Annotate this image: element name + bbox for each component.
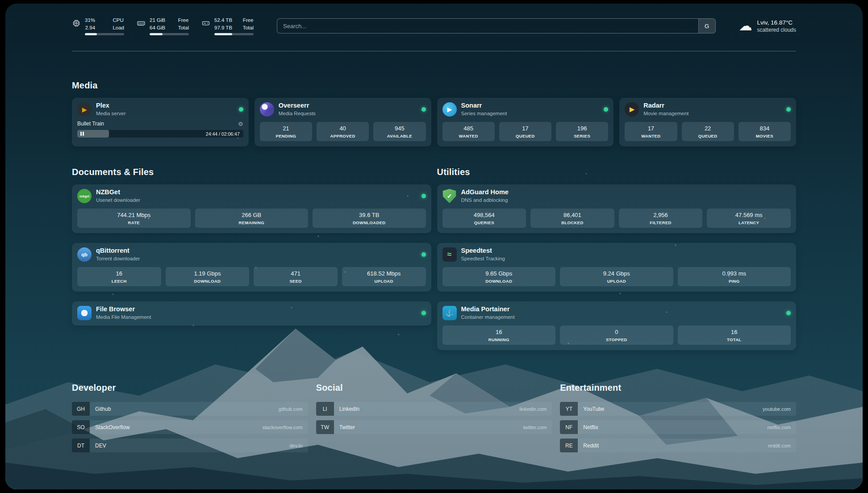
stat-block: 2,956FILTERED bbox=[619, 209, 703, 228]
settings-gear-icon[interactable]: ⚙ bbox=[238, 121, 243, 127]
bookmark-twitter[interactable]: TWTwittertwitter.com bbox=[316, 420, 552, 434]
weather-condition: scattered clouds bbox=[757, 27, 796, 33]
cpu-stats: 31% 2.94 CPU Load bbox=[85, 17, 124, 35]
service-titles: SonarrSeries management bbox=[461, 102, 507, 117]
status-dot bbox=[604, 107, 608, 112]
pause-icon[interactable] bbox=[80, 132, 84, 136]
service-stats: 16LEECH1.19 GbpsDOWNLOAD471SEED618.52 Mb… bbox=[77, 267, 426, 286]
nzbget-icon: nzbget bbox=[77, 189, 92, 203]
disk-progress-track bbox=[214, 33, 254, 35]
qbittorrent-icon: qb bbox=[77, 247, 92, 262]
section-media: Media PlexMedia serverBullet Train⚙24:44… bbox=[72, 80, 796, 146]
portainer-icon bbox=[442, 306, 457, 320]
service-card-radarr[interactable]: RadarrMovie management17WANTED22QUEUED83… bbox=[619, 98, 796, 146]
stat-label: RATE bbox=[79, 220, 189, 225]
stat-value: 266 GB bbox=[197, 212, 307, 218]
memory-free-label: Free bbox=[178, 17, 189, 24]
service-description: Media Requests bbox=[279, 111, 316, 117]
service-name: File Browser bbox=[96, 306, 151, 313]
stat-block: 9.24 GbpsUPLOAD bbox=[560, 267, 673, 286]
stat-label: SEED bbox=[255, 279, 336, 284]
stat-value: 744.21 Mbps bbox=[79, 212, 189, 218]
service-card-plex[interactable]: PlexMedia serverBullet Train⚙24:44 / 02:… bbox=[72, 98, 249, 146]
service-name: Sonarr bbox=[461, 102, 507, 109]
memory-icon bbox=[137, 19, 146, 28]
bookmark-reddit[interactable]: RERedditreddit.com bbox=[560, 439, 796, 452]
bookmark-name: Github bbox=[90, 406, 111, 412]
status-dot bbox=[786, 107, 791, 112]
service-card-speedtest[interactable]: SpeedtestSpeedtest Tracking9.65 GbpsDOWN… bbox=[437, 243, 797, 292]
stat-label: REMAINING bbox=[197, 220, 307, 225]
section-title-entertainment: Entertainment bbox=[560, 382, 796, 393]
service-name: Media Portainer bbox=[461, 306, 515, 313]
bookmark-linkedin[interactable]: LILinkedInlinkedin.com bbox=[316, 402, 552, 416]
stat-value: 945 bbox=[375, 125, 424, 132]
cpu-percent: 31% bbox=[85, 17, 95, 24]
stat-value: 17 bbox=[501, 125, 550, 132]
bookmark-stackoverflow[interactable]: SOStackOverflowstackoverflow.com bbox=[72, 420, 308, 434]
memory-progress-fill bbox=[150, 33, 163, 35]
radarr-icon bbox=[625, 102, 639, 117]
search-input[interactable] bbox=[277, 19, 698, 33]
stat-value: 21 bbox=[262, 125, 310, 132]
hard-drive-icon bbox=[201, 19, 210, 28]
bookmark-youtube[interactable]: YTYouTubeyoutube.com bbox=[560, 402, 796, 416]
stat-block: 485WANTED bbox=[442, 122, 495, 141]
disk-total-value: 97.9 TB bbox=[214, 24, 232, 31]
section-utilities: Utilities AdGuard HomeDNS and adblocking… bbox=[437, 167, 797, 350]
service-card-header: AdGuard HomeDNS and adblocking bbox=[442, 189, 791, 203]
dashboard-content: 31% 2.94 CPU Load bbox=[72, 4, 796, 452]
status-dot bbox=[421, 252, 426, 257]
disk-total-label: Total bbox=[243, 24, 254, 31]
developer-bookmarks: GHGithubgithub.comSOStackOverflowstackov… bbox=[72, 402, 308, 452]
stat-label: PING bbox=[680, 279, 789, 284]
sonarr-icon bbox=[442, 102, 457, 117]
stat-value: 17 bbox=[626, 125, 675, 132]
bookmark-netflix[interactable]: NFNetflixnetflix.com bbox=[560, 420, 796, 434]
playback-progress-bar[interactable]: 24:44 / 02:06:47 bbox=[77, 130, 243, 138]
cpu-progress-fill bbox=[85, 33, 97, 35]
stat-block: 17QUEUED bbox=[499, 122, 551, 141]
filebrowser-icon bbox=[77, 306, 92, 320]
bookmark-abbr: GH bbox=[72, 402, 90, 416]
utilities-cards: AdGuard HomeDNS and adblocking498,564QUE… bbox=[437, 184, 797, 350]
stat-block: 17WANTED bbox=[625, 122, 677, 141]
service-card-header: SonarrSeries management bbox=[442, 102, 609, 117]
stat-label: WANTED bbox=[444, 134, 493, 138]
service-card-header: PlexMedia server bbox=[77, 102, 243, 117]
stat-value: 9.65 Gbps bbox=[444, 270, 554, 277]
documents-cards: nzbgetNZBGetUsenet downloader744.21 Mbps… bbox=[72, 184, 431, 326]
stat-block: 16RUNNING bbox=[442, 326, 556, 345]
section-title-social: Social bbox=[316, 382, 552, 393]
dashboard-viewport: 31% 2.94 CPU Load bbox=[5, 4, 863, 489]
service-card-filebrowser[interactable]: File BrowserMedia File Management bbox=[72, 301, 431, 326]
stat-label: DOWNLOAD bbox=[444, 279, 554, 284]
service-card-adguard[interactable]: AdGuard HomeDNS and adblocking498,564QUE… bbox=[437, 184, 797, 233]
service-card-sonarr[interactable]: SonarrSeries management485WANTED17QUEUED… bbox=[437, 98, 614, 146]
stat-value: 40 bbox=[318, 125, 367, 132]
stat-label: APPROVED bbox=[318, 134, 367, 138]
stat-value: 86,401 bbox=[532, 212, 613, 218]
cpu-label: CPU bbox=[113, 17, 124, 24]
service-card-qbittorrent[interactable]: qbqBittorrentTorrent downloader16LEECH1.… bbox=[72, 243, 431, 292]
social-bookmarks: LILinkedInlinkedin.comTWTwittertwitter.c… bbox=[316, 402, 552, 434]
cpu-widget: 31% 2.94 CPU Load bbox=[72, 17, 124, 35]
service-description: Movie management bbox=[643, 111, 689, 117]
disk-progress-fill bbox=[214, 33, 232, 35]
snow-specks bbox=[5, 4, 6, 4]
bookmark-name: Netflix bbox=[578, 424, 598, 430]
stat-value: 47.569 ms bbox=[709, 212, 789, 218]
stat-block: 834MOVIES bbox=[739, 122, 791, 141]
stat-label: MOVIES bbox=[740, 134, 789, 138]
bookmark-dev[interactable]: DTDEVdev.to bbox=[72, 439, 308, 452]
stat-value: 0.993 ms bbox=[680, 270, 789, 277]
cpu-progress-track bbox=[85, 33, 124, 35]
service-card-portainer[interactable]: Media PortainerContainer management16RUN… bbox=[437, 301, 797, 350]
service-card-overseerr[interactable]: OverseerrMedia Requests21PENDING40APPROV… bbox=[255, 98, 431, 146]
stat-block: 86,401BLOCKED bbox=[530, 209, 614, 228]
search-provider-button[interactable]: G bbox=[698, 19, 715, 33]
service-card-nzbget[interactable]: nzbgetNZBGetUsenet downloader744.21 Mbps… bbox=[72, 184, 431, 233]
bookmark-url: dev.to bbox=[290, 443, 308, 448]
stat-block: 47.569 msLATENCY bbox=[707, 209, 791, 228]
bookmark-github[interactable]: GHGithubgithub.com bbox=[72, 402, 308, 416]
